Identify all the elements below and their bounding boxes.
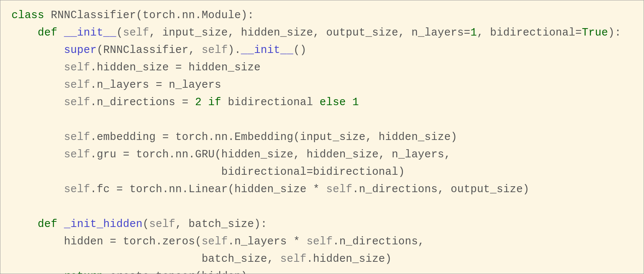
self: self <box>326 183 353 196</box>
t: .n_directions, output_size) <box>353 183 530 196</box>
t <box>44 9 51 21</box>
self: self <box>64 131 90 143</box>
self: self <box>64 96 90 108</box>
keyword-def: def <box>38 27 57 39</box>
fn-super: super <box>64 44 97 56</box>
t: (RNNClassifier, <box>97 44 201 56</box>
self: self <box>149 218 176 230</box>
t: ( <box>143 218 149 230</box>
t: ): <box>608 27 621 39</box>
t: , batch_size): <box>176 218 267 230</box>
keyword-else: else <box>320 96 346 108</box>
self: self <box>64 79 90 91</box>
t: hidden = torch.zeros( <box>64 235 202 248</box>
self: self <box>64 61 90 74</box>
t: .n_layers * <box>228 235 306 248</box>
keyword-def: def <box>38 218 57 230</box>
t: ( <box>136 9 143 21</box>
self: self <box>201 235 228 248</box>
fn-init-call: __init__ <box>241 44 294 56</box>
self: self <box>123 27 149 39</box>
num: 2 <box>195 96 202 108</box>
base-class: torch.nn.Module <box>143 9 241 21</box>
t: ): <box>241 9 254 21</box>
t: ). <box>228 44 241 56</box>
self: self <box>201 44 228 56</box>
t: .hidden_size) <box>307 253 392 265</box>
self: self <box>280 253 307 265</box>
class-name: RNNClassifier <box>51 9 136 21</box>
t: .n_directions = <box>90 96 195 108</box>
keyword-return: return <box>64 270 103 274</box>
t: () <box>293 44 306 56</box>
code-block: class RNNClassifier(torch.nn.Module): de… <box>0 0 644 274</box>
t: batch_size, <box>201 253 280 265</box>
true: True <box>582 27 608 39</box>
t: bidirectional=bidirectional) <box>221 166 405 178</box>
self: self <box>64 183 90 196</box>
self: self <box>64 148 90 161</box>
t <box>346 96 353 108</box>
keyword-class: class <box>11 9 44 21</box>
fn-init-hidden: _init_hidden <box>64 218 143 230</box>
num: 1 <box>353 96 359 108</box>
t: bidirectional <box>221 96 320 108</box>
t: .embedding = torch.nn.Embedding(input_si… <box>90 131 457 143</box>
num: 1 <box>470 27 477 39</box>
t: , input_size, hidden_size, output_size, … <box>149 27 470 39</box>
keyword-if: if <box>201 96 221 108</box>
t: .hidden_size = hidden_size <box>90 61 260 74</box>
t: ( <box>116 27 123 39</box>
t: .n_layers = n_layers <box>90 79 221 91</box>
t <box>57 27 64 39</box>
t: , bidirectional= <box>477 27 582 39</box>
t: .n_directions, <box>333 235 424 248</box>
self: self <box>307 235 333 248</box>
t: create_tensor(hidden) <box>103 270 247 274</box>
fn-init: __init__ <box>64 27 117 39</box>
t: .fc = torch.nn.Linear(hidden_size * <box>90 183 326 196</box>
t: .gru = torch.nn.GRU(hidden_size, hidden_… <box>90 148 451 161</box>
t <box>57 218 64 230</box>
